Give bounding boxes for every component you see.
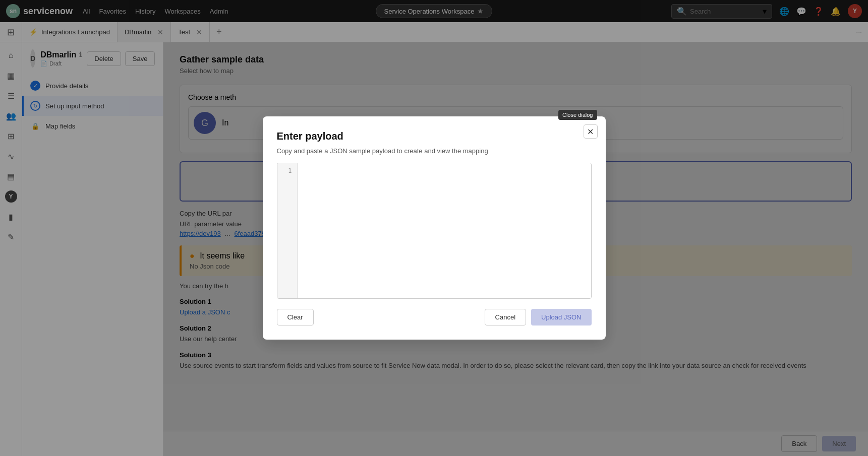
line-1: 1 [282,167,292,174]
modal-subtitle: Copy and paste a JSON sample payload to … [277,147,592,155]
upload-json-button[interactable]: Upload JSON [531,309,591,325]
clear-button[interactable]: Clear [277,309,314,325]
close-icon: ✕ [587,127,594,137]
enter-payload-modal: Enter payload Copy and paste a JSON samp… [263,116,606,340]
close-dialog-button[interactable]: Close dialog ✕ [584,124,598,139]
json-textarea[interactable] [298,163,591,298]
modal-footer-right: Cancel Upload JSON [485,309,592,325]
cancel-button[interactable]: Cancel [485,309,526,325]
modal-footer: Clear Cancel Upload JSON [277,309,592,325]
line-numbers: 1 [277,163,298,298]
modal-title: Enter payload [277,131,592,142]
modal-overlay[interactable]: Enter payload Copy and paste a JSON samp… [0,0,868,456]
close-dialog-tooltip: Close dialog [558,110,597,120]
json-editor: 1 [277,163,592,299]
